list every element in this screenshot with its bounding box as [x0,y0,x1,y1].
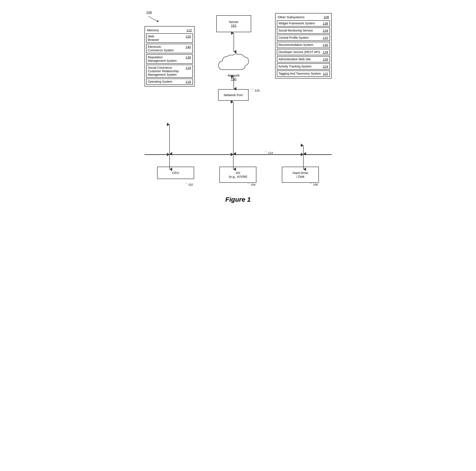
network-port-label: Network Port [221,93,246,97]
svg-line-0 [148,16,157,21]
svg-marker-1 [157,20,159,22]
subsystems-label: Other Subsystems [278,15,305,19]
social-monitoring-ref: 134 [323,29,328,32]
cpu-container: CPU ⌒ 102 [157,167,194,183]
cpu-ref: ⌒ 102 [185,183,193,187]
memory-ref: 112 [186,28,192,32]
server-label: Server [219,20,249,24]
developer-service-ref: 128 [323,50,328,54]
web-browser-box: WebBrowser 120 [146,33,193,43]
diagram: 100 Server 152 Memory 112 WebBrowser 120… [140,9,336,187]
server-ref: 152 [219,24,249,27]
harddrive-ref: ⌒ 106 [309,183,318,187]
io-ref: ⌒ 104 [247,183,255,187]
memory-label: Memory [147,28,159,32]
recommendation-box: Recommendation System 130 [277,42,330,48]
cpu-label: CPU [172,171,179,175]
social-monitoring-box: Social Monitoring Service 134 [277,27,330,34]
central-profile-box: Central Profile System 132 [277,34,330,41]
subsystems-box: Other Subsystems 108 Widget Framework Sy… [275,13,332,79]
web-browser-label: WebBrowser [148,34,186,42]
network-cloud: Network 150 [213,52,255,81]
os-ref: 116 [186,80,191,83]
io-container: I/O(e.g., K/V/M) ⌒ 104 [219,167,256,183]
activity-tracking-box: Activity Tracking System 124 [277,63,330,70]
widget-framework-label: Widget Framework System [279,21,323,25]
admin-web-box: Administrative Web Site 126 [277,56,330,63]
central-profile-ref: 132 [323,36,328,40]
recommendation-ref: 130 [323,43,328,47]
network-port-ref: ⌒ 110 [251,89,260,93]
io-box: I/O(e.g., K/V/M) [219,167,256,183]
bus-line [145,154,332,155]
subsystems-ref: 108 [323,15,329,19]
activity-tracking-label: Activity Tracking System [279,65,323,68]
widget-framework-box: Widget Framework System 138 [277,20,330,27]
os-label: Operating System [148,80,186,83]
figure-caption: Figure 1 [225,196,251,203]
reputation-ref: 136 [186,55,191,59]
tagging-taxonomy-label: Tagging And Taxonomy System [279,72,323,75]
admin-web-label: Administrative Web Site [279,57,323,61]
os-box: Operating System 116 [146,79,193,85]
social-commerce-box: Social CommerceCustomer RelationshipMana… [146,65,193,78]
bottom-boxes: CPU ⌒ 102 I/O(e.g., K/V/M) ⌒ 104 Hard Dr… [140,167,336,183]
widget-framework-ref: 138 [323,21,328,25]
reputation-label: ReputationManagement System [148,55,186,63]
tagging-taxonomy-ref: 122 [323,72,328,76]
network-ref: 150 [231,77,236,81]
harddrive-container: Hard Drive/ Disk ⌒ 106 [282,167,319,183]
central-profile-label: Central Profile System [279,36,323,39]
reputation-box: ReputationManagement System 136 [146,54,193,64]
admin-web-ref: 126 [323,57,328,61]
main-label: 100 [146,11,159,23]
ecommerce-box: ElectronicCommerce System 140 [146,44,193,53]
tagging-taxonomy-box: Tagging And Taxonomy System 122 [277,70,330,77]
cpu-box: CPU [157,167,194,179]
server-box: Server 152 [216,15,251,32]
developer-service-label: Developer Service (REST API) [279,50,323,54]
harddrive-box: Hard Drive/ Disk [282,167,319,183]
social-commerce-ref: 118 [186,66,191,70]
network-port-box: Network Port [218,89,249,101]
ecommerce-label: ElectronicCommerce System [148,45,186,52]
web-browser-ref: 120 [186,34,191,38]
harddrive-label: Hard Drive/ Disk [292,171,308,179]
ecommerce-ref: 140 [186,45,191,49]
social-commerce-label: Social CommerceCustomer RelationshipMana… [148,66,186,76]
memory-box: Memory 112 WebBrowser 120 ElectronicComm… [145,26,195,87]
io-label: I/O(e.g., K/V/M) [229,171,247,179]
social-monitoring-label: Social Monitoring Service [279,29,323,32]
bus-ref: ⌒ 114 [264,151,273,155]
developer-service-box: Developer Service (REST API) 128 [277,49,330,55]
network-label: Network [228,74,240,77]
recommendation-label: Recommendation System [279,43,323,47]
activity-tracking-ref: 124 [323,65,328,68]
